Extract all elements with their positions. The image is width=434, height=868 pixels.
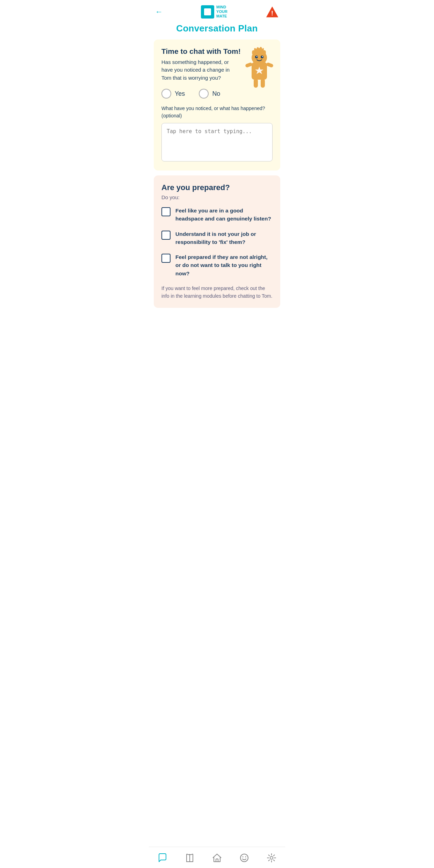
prepared-title: Are you prepared? bbox=[161, 183, 273, 192]
checkbox-label-1: Feel like you are in a good headspace an… bbox=[175, 207, 273, 223]
radio-yes-label: Yes bbox=[175, 90, 185, 97]
nav-smiley[interactable] bbox=[236, 851, 253, 865]
mascot-illustration bbox=[242, 43, 277, 88]
svg-rect-9 bbox=[254, 79, 258, 88]
radio-no[interactable]: No bbox=[199, 89, 220, 99]
checkbox-1[interactable] bbox=[161, 207, 171, 216]
back-button[interactable]: ← bbox=[155, 7, 163, 16]
svg-text:!: ! bbox=[271, 9, 273, 17]
logo: MIND YOUR MATE bbox=[201, 5, 227, 19]
header: ← MIND YOUR MATE ! bbox=[149, 0, 285, 22]
checkbox-item-3: Feel prepared if they are not alright, o… bbox=[161, 253, 273, 277]
notes-input[interactable] bbox=[161, 123, 273, 161]
svg-rect-11 bbox=[245, 62, 253, 67]
alert-icon[interactable]: ! bbox=[266, 5, 279, 19]
svg-point-8 bbox=[262, 56, 263, 57]
radio-no-label: No bbox=[212, 90, 220, 97]
bottom-nav bbox=[149, 847, 285, 868]
radio-yes[interactable]: Yes bbox=[161, 89, 185, 99]
nav-chat[interactable] bbox=[154, 851, 171, 865]
book-icon bbox=[185, 853, 195, 863]
nav-home[interactable] bbox=[208, 851, 226, 865]
radio-no-circle[interactable] bbox=[199, 89, 209, 99]
svg-rect-12 bbox=[266, 62, 274, 67]
chat-icon bbox=[157, 853, 168, 863]
svg-point-15 bbox=[240, 854, 248, 862]
checkbox-2[interactable] bbox=[161, 231, 171, 240]
logo-icon bbox=[201, 5, 214, 19]
checkbox-item-2: Understand it is not your job or respons… bbox=[161, 230, 273, 246]
nav-book[interactable] bbox=[181, 851, 198, 865]
svg-point-7 bbox=[256, 56, 258, 57]
svg-rect-14 bbox=[216, 859, 218, 862]
card-subtitle: Has something happened, or have you noti… bbox=[161, 58, 230, 82]
svg-point-18 bbox=[270, 856, 273, 859]
yellow-card: Time to chat with Tom! Has something hap… bbox=[154, 39, 280, 171]
checkbox-label-2: Understand it is not your job or respons… bbox=[175, 230, 273, 246]
svg-rect-10 bbox=[261, 79, 265, 88]
svg-point-17 bbox=[245, 856, 246, 858]
smiley-icon bbox=[239, 853, 249, 863]
info-text: If you want to feel more prepared, check… bbox=[161, 284, 273, 300]
checkbox-3[interactable] bbox=[161, 254, 171, 263]
radio-group: Yes No bbox=[161, 89, 273, 99]
nav-settings[interactable] bbox=[263, 851, 280, 865]
peach-card: Are you prepared? Do you: Feel like you … bbox=[154, 175, 280, 308]
home-icon bbox=[212, 853, 222, 863]
logo-text: MIND YOUR MATE bbox=[216, 5, 227, 19]
prepared-subtitle: Do you: bbox=[161, 194, 273, 200]
settings-icon bbox=[266, 853, 277, 863]
svg-point-16 bbox=[243, 856, 244, 858]
page-title: Conversation Plan bbox=[149, 22, 285, 39]
optional-label: What have you noticed, or what has happe… bbox=[161, 105, 273, 120]
checkbox-item-1: Feel like you are in a good headspace an… bbox=[161, 207, 273, 223]
checkbox-label-3: Feel prepared if they are not alright, o… bbox=[175, 253, 273, 277]
radio-yes-circle[interactable] bbox=[161, 89, 171, 99]
